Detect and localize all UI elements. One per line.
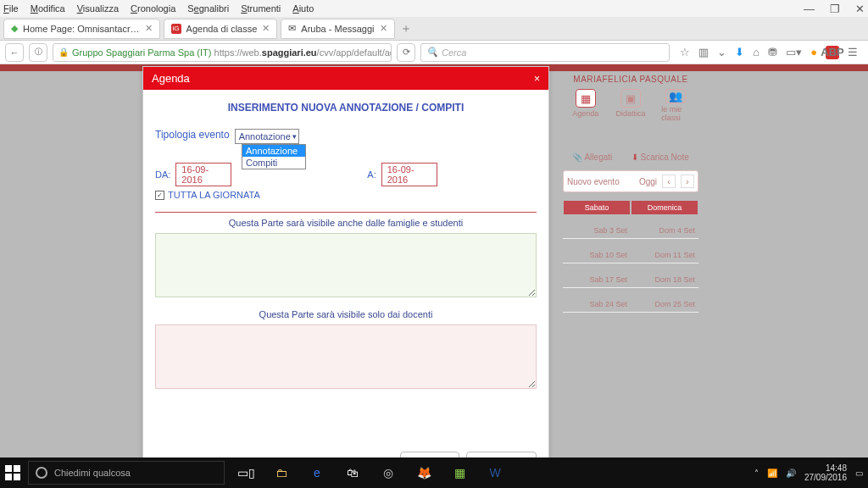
tab-close-icon[interactable]: ✕: [380, 23, 387, 34]
menu-visualizza[interactable]: Visualizza: [77, 3, 119, 14]
oggi-button[interactable]: Oggi: [639, 177, 657, 186]
cal-cell[interactable]: Sab 24 Set: [563, 288, 631, 313]
tipologia-select[interactable]: Annotazione ▾: [235, 129, 299, 144]
menu-strumenti[interactable]: Strumenti: [241, 3, 281, 14]
chrome-icon[interactable]: ◎: [378, 463, 398, 483]
dropdown-option-annotazione[interactable]: Annotazione: [242, 145, 305, 157]
user-area: MARIAFELICIA PASQUALE ▦Agenda ▣Didattica…: [563, 75, 698, 118]
user-name-label: MARIAFELICIA PASQUALE: [563, 75, 698, 84]
cal-cell[interactable]: Dom 25 Set: [631, 288, 698, 313]
maximize-icon[interactable]: ❐: [830, 3, 840, 15]
family-visibility-label: Questa Parte sarà visibile anche dalle f…: [155, 218, 537, 228]
minimize-icon[interactable]: —: [804, 3, 815, 15]
cal-cell[interactable]: Sab 10 Set: [563, 239, 631, 263]
add-tab-button[interactable]: ＋: [400, 21, 412, 36]
reload-button[interactable]: ⟳: [397, 43, 415, 62]
adblock-icon[interactable]: ABP: [826, 46, 839, 59]
library-icon[interactable]: ▥: [698, 46, 709, 58]
tab-close-icon[interactable]: ✕: [145, 23, 153, 34]
cortana-placeholder: Chiedimi qualcosa: [54, 468, 131, 478]
tab-favicon-icon: ◆: [11, 23, 18, 34]
tab-aruba[interactable]: ✉ Aruba - Messaggi ✕: [281, 19, 394, 39]
taskview-icon[interactable]: ▭▯: [236, 463, 256, 483]
edge-icon[interactable]: e: [307, 463, 327, 483]
scarica-link[interactable]: ⬇ Scarica Note: [632, 152, 689, 162]
cal-cell[interactable]: Dom 11 Set: [631, 239, 698, 263]
tray-chevron-icon[interactable]: ˄: [754, 469, 759, 478]
day-header: Sabato: [564, 201, 630, 214]
allegati-link[interactable]: 📎 Allegati: [572, 152, 612, 162]
tray-clock[interactable]: 14:48 27/09/2016: [804, 463, 847, 482]
cal-cell[interactable]: Dom 4 Set: [631, 214, 698, 239]
a-date-input[interactable]: 16-09-2016: [381, 163, 437, 186]
tipologia-label: Tipologia evento: [155, 129, 230, 141]
nav-classi[interactable]: 👥le mie classi: [661, 89, 690, 118]
wifi-icon[interactable]: 📶: [767, 469, 777, 478]
menu-cronologia[interactable]: Cronologia: [131, 3, 175, 14]
modal-header: Agenda ×: [143, 67, 548, 90]
nav-didattica[interactable]: ▣Didattica: [616, 89, 645, 118]
menu-icon[interactable]: ☰: [848, 46, 858, 58]
explorer-icon[interactable]: 🗀: [271, 463, 292, 483]
dropdown-option-compiti[interactable]: Compiti: [242, 157, 305, 169]
menu-aiuto[interactable]: Aiuto: [292, 3, 314, 14]
tutta-giornata-label: TUTTA LA GIORNATA: [168, 190, 260, 200]
taskbar-apps: ▭▯ 🗀 e 🛍 ◎ 🦊 ▦ W: [236, 463, 505, 483]
menu-modifica[interactable]: Modifica: [31, 3, 65, 14]
menu-file[interactable]: File: [3, 3, 19, 14]
right-panel: 📎 Allegati ⬇ Scarica Note Nuovo evento O…: [563, 152, 698, 313]
modal-close-button[interactable]: ×: [534, 73, 540, 85]
cal-cell[interactable]: Sab 17 Set: [563, 263, 631, 288]
sound-icon[interactable]: 🔊: [786, 469, 796, 478]
cal-cell[interactable]: Dom 18 Set: [631, 263, 698, 288]
close-icon[interactable]: ✕: [855, 3, 865, 15]
word-icon[interactable]: W: [485, 463, 505, 483]
da-date-input[interactable]: 16-09-2016: [175, 163, 231, 186]
teacher-text-input[interactable]: [155, 324, 537, 389]
pocket-icon[interactable]: ⌄: [717, 46, 726, 58]
cloud-icon[interactable]: ⛃: [768, 46, 777, 58]
store-icon[interactable]: 🛍: [342, 463, 363, 483]
home-icon[interactable]: ⌂: [753, 46, 760, 58]
modal-header-title: Agenda: [152, 72, 190, 85]
start-button[interactable]: [5, 465, 20, 480]
back-button[interactable]: ←: [5, 43, 24, 62]
toolbar-icons: ☆ ▥ ⌄ ⬇ ⌂ ⛃ ▭▾ ● ABP ☰: [675, 46, 863, 59]
family-text-input[interactable]: [155, 233, 537, 297]
next-button[interactable]: ›: [681, 175, 694, 188]
cortana-search[interactable]: Chiedimi qualcosa: [29, 462, 224, 484]
tab-favicon-icon: iG: [171, 24, 181, 34]
nav-agenda[interactable]: ▦Agenda: [571, 89, 600, 118]
browser-urlbar: ← ⓘ 🔒 Gruppo Spaggiari Parma Spa (IT) ht…: [0, 41, 868, 64]
tab-close-icon[interactable]: ✕: [262, 23, 270, 34]
windows-taskbar: Chiedimi qualcosa ▭▯ 🗀 e 🛍 ◎ 🦊 ▦ W ˄ 📶 🔊…: [0, 458, 868, 488]
nuovo-evento-button[interactable]: Nuovo evento: [567, 177, 634, 186]
download-icon: ⬇: [632, 152, 638, 162]
people-icon: 👥: [665, 89, 686, 103]
tipologia-dropdown: Annotazione Compiti: [242, 144, 306, 169]
menu-segnalibri[interactable]: Segnalibri: [187, 3, 229, 14]
calendar-icon: ▦: [576, 89, 596, 108]
task-app-icon[interactable]: ▦: [449, 463, 470, 483]
chevron-down-icon: ▾: [292, 132, 297, 141]
firefox-icon[interactable]: 🦊: [414, 463, 434, 483]
tutta-giornata-checkbox[interactable]: ✓: [155, 191, 164, 200]
notifications-icon[interactable]: ▭: [855, 469, 863, 478]
cal-cell[interactable]: Sab 3 Set: [563, 214, 631, 239]
select-value: Annotazione: [239, 131, 291, 141]
globe-icon[interactable]: ●: [810, 46, 817, 58]
search-icon: 🔍: [426, 47, 438, 58]
tab-agenda[interactable]: iG Agenda di classe ✕: [164, 19, 278, 39]
download-icon[interactable]: ⬇: [735, 46, 744, 58]
day-header: Domenica: [632, 201, 698, 214]
clock-time: 14:48: [804, 463, 847, 473]
url-text: Gruppo Spaggiari Parma Spa (IT) https://…: [72, 47, 392, 58]
identity-button[interactable]: ⓘ: [29, 43, 47, 62]
prev-button[interactable]: ‹: [662, 175, 676, 188]
tab-home[interactable]: ◆ Home Page: Omnisantacr… ✕: [3, 19, 160, 39]
lock-icon: 🔒: [58, 47, 69, 57]
star-icon[interactable]: ☆: [680, 46, 690, 58]
search-input[interactable]: 🔍 Cerca: [420, 43, 670, 62]
url-input[interactable]: 🔒 Gruppo Spaggiari Parma Spa (IT) https:…: [53, 43, 392, 62]
sidebar-icon[interactable]: ▭▾: [786, 46, 802, 58]
